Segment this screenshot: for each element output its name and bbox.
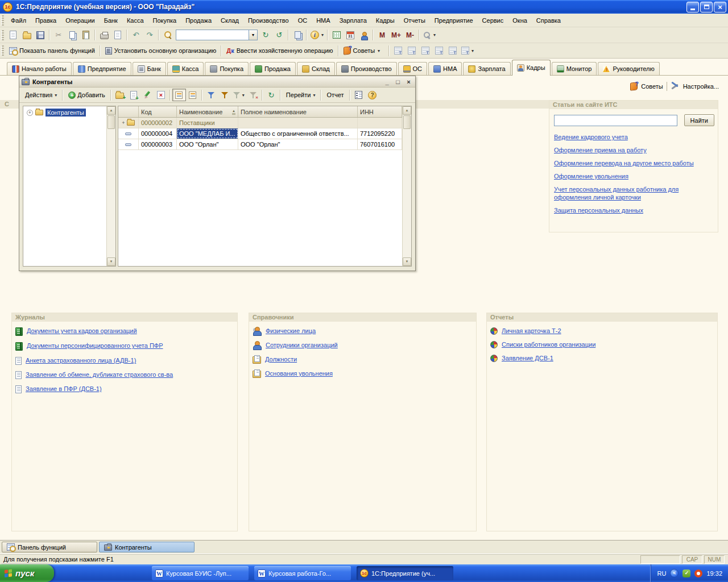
journal-link[interactable]: Документы персонифицированного учета ПФР <box>27 342 163 349</box>
menu-windows[interactable]: Окна <box>508 15 532 26</box>
calendar-button[interactable]: 31 <box>344 28 357 42</box>
menu-hr[interactable]: Кадры <box>371 15 399 26</box>
menu-purchase[interactable]: Покупка <box>148 15 181 26</box>
menu-cash[interactable]: Касса <box>122 15 148 26</box>
close-button[interactable]: × <box>714 2 726 13</box>
window-tab-counterparties[interactable]: Контрагенты <box>99 542 195 552</box>
its-search-input[interactable] <box>554 115 677 126</box>
show-function-panel-button[interactable]: Показать панель функций <box>6 44 98 57</box>
hr-doc-button-6[interactable]: ▾ <box>460 44 475 57</box>
help-button[interactable]: ? <box>366 89 379 101</box>
actions-menu-button[interactable]: Действия▾ <box>22 89 60 101</box>
search-input[interactable] <box>176 30 249 40</box>
its-link[interactable]: Ведение кадрового учета <box>554 134 628 140</box>
journal-link[interactable]: Заявление в ПФР (ДСВ-1) <box>26 385 102 392</box>
find-next-button[interactable]: ↻ <box>259 28 272 42</box>
scroll-up-button[interactable]: ▲ <box>107 106 115 115</box>
save-button[interactable] <box>34 28 47 42</box>
service-info-button[interactable]: i▾ <box>309 28 325 42</box>
menu-file[interactable]: Файл <box>6 15 31 26</box>
dialog-close-button[interactable]: × <box>404 78 413 86</box>
cut-button[interactable]: ✂ <box>52 28 65 42</box>
goto-menu-button[interactable]: Перейти▾ <box>283 89 319 101</box>
tab-bank[interactable]: Банк <box>133 62 166 75</box>
report-link[interactable]: Списки работников организации <box>502 341 595 348</box>
menu-enterprise[interactable]: Предприятие <box>430 15 478 26</box>
report-link[interactable]: Заявление ДСВ-1 <box>502 355 553 361</box>
table-row[interactable]: 000000003 ООО "Орлан" ООО "Орлан" 760701… <box>118 139 402 150</box>
tab-enterprise[interactable]: Предприятие <box>73 62 131 75</box>
move-to-group-button[interactable] <box>186 89 200 101</box>
clear-filter-button[interactable]: × <box>246 89 260 101</box>
catalog-link[interactable]: Основания увольнения <box>265 370 333 377</box>
search-dropdown-button[interactable]: ▾ <box>249 30 258 40</box>
hr-doc-button-1[interactable] <box>391 44 405 57</box>
menu-help[interactable]: Справка <box>532 15 565 26</box>
catalog-link[interactable]: Должности <box>265 356 297 363</box>
its-link[interactable]: Оформление перевода на другое место рабо… <box>554 160 694 167</box>
table-row[interactable]: 000000004 ООО "МЕДЛАБ И... Общество с ог… <box>118 128 402 139</box>
paste-button[interactable] <box>79 28 93 42</box>
enter-business-operation-button[interactable]: ДкВвести хозяйственную операцию <box>224 44 336 57</box>
tab-start[interactable]: Начало работы <box>7 62 72 75</box>
report-button[interactable]: Отчет <box>323 89 347 101</box>
tree-expand-icon[interactable]: + <box>27 110 33 116</box>
tray-check-icon[interactable]: ✓ <box>682 569 690 577</box>
taskbar-task-1c[interactable]: 1с1С:Предприятие (уч... <box>357 566 453 580</box>
menu-service[interactable]: Сервис <box>478 15 508 26</box>
find-prev-button[interactable]: ↺ <box>272 28 286 42</box>
tray-app-icon[interactable] <box>694 569 702 577</box>
scroll-thumb[interactable] <box>107 115 115 129</box>
tab-nma[interactable]: НМА <box>428 62 462 75</box>
hr-doc-button-4[interactable] <box>432 44 446 57</box>
tab-os[interactable]: ОС <box>398 62 428 75</box>
selected-cell[interactable]: ООО "МЕДЛАБ И... <box>177 128 238 139</box>
add-button[interactable]: +Добавить <box>65 89 109 101</box>
window-tab-function-panel[interactable]: Панель функций <box>2 542 97 552</box>
its-link[interactable]: Защита персональных данных <box>554 207 643 214</box>
menu-reports[interactable]: Отчеты <box>399 15 430 26</box>
its-link[interactable]: Оформление увольнения <box>554 173 628 180</box>
scroll-down-button[interactable]: ▼ <box>403 257 411 266</box>
menu-warehouse[interactable]: Склад <box>216 15 243 26</box>
open-button[interactable] <box>20 28 34 42</box>
tree-root-item[interactable]: + Контрагенты <box>23 106 115 117</box>
back-button[interactable]: ↶ <box>129 28 143 42</box>
filter-by-value-button[interactable] <box>204 89 218 101</box>
its-link[interactable]: Оформление приема на работу <box>554 147 647 153</box>
print-button[interactable] <box>97 28 111 42</box>
hr-doc-button-3[interactable] <box>419 44 432 57</box>
language-indicator[interactable]: RU <box>657 570 667 577</box>
hr-doc-button-2[interactable] <box>405 44 419 57</box>
journal-link[interactable]: Документы учета кадров организаций <box>27 327 137 334</box>
set-main-organization-button[interactable]: Установить основную организацию <box>102 44 220 57</box>
group-expand-icon[interactable]: + <box>122 120 125 126</box>
journal-link[interactable]: Заявление об обмене, дубликате страховог… <box>26 371 173 378</box>
maximize-button[interactable] <box>700 2 713 13</box>
tab-warehouse[interactable]: Склад <box>297 62 335 75</box>
settings-link[interactable]: Настройка... <box>683 83 719 90</box>
tab-manager[interactable]: Руководителю <box>598 62 659 75</box>
toolbar-grip[interactable] <box>1 30 4 40</box>
refresh-button[interactable]: ↻ <box>264 89 278 101</box>
memory-m-minus-button[interactable]: M- <box>403 28 417 42</box>
memory-m-button[interactable]: M <box>375 28 389 42</box>
column-code[interactable]: Код <box>139 106 177 117</box>
tab-monitor[interactable]: Монитор <box>552 62 597 75</box>
column-full-name[interactable]: Полное наименование <box>238 106 358 117</box>
dialog-maximize-button[interactable]: □ <box>394 78 402 86</box>
filter-settings-button[interactable] <box>218 89 231 101</box>
report-link[interactable]: Личная карточка Т-2 <box>502 327 561 334</box>
copy-item-button[interactable] <box>127 89 140 101</box>
tree-scrollbar[interactable]: ▲ ▼ <box>106 106 115 266</box>
dialog-minimize-button[interactable]: _ <box>383 78 391 86</box>
hierarchy-view-button[interactable] <box>172 89 186 101</box>
windows-list-button[interactable] <box>291 28 304 42</box>
menu-bank[interactable]: Банк <box>100 15 122 26</box>
table-settings-button[interactable] <box>330 28 344 42</box>
menu-nma[interactable]: НМА <box>312 15 334 26</box>
tab-sale[interactable]: Продажа <box>250 62 296 75</box>
search-button[interactable] <box>161 28 175 42</box>
table-row-group[interactable]: + 000000002 Поставщики <box>118 118 402 128</box>
scroll-thumb[interactable] <box>403 115 411 129</box>
